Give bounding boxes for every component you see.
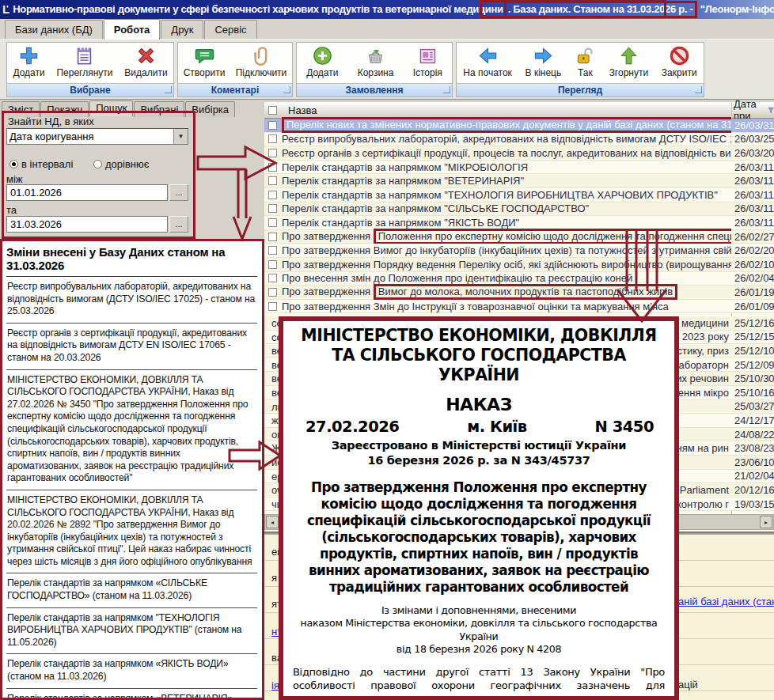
table-row[interactable]: Перелік нових та змінених нормативно-пра… bbox=[264, 119, 774, 133]
document-name: Про затвердження Порядку ведення Перелік… bbox=[282, 258, 731, 271]
list-item[interactable]: МІНІСТЕРСТВО ЕКОНОМІКИ, ДОВКІЛЛЯ ТА СІЛЬ… bbox=[6, 490, 257, 574]
ribbon-group-orders: Додати Корзина Історія Замовлення bbox=[296, 42, 453, 97]
name-fragment-left: вер bbox=[271, 387, 279, 399]
dialog-launcher-icon[interactable] bbox=[165, 86, 172, 93]
menu-tab[interactable]: Сервіс bbox=[204, 20, 256, 39]
name-fragment-left: Жа bbox=[271, 442, 279, 454]
table-row[interactable]: Про затвердження Вимог до молока, молочн… bbox=[264, 286, 774, 300]
document-name: Перелік нових та змінених нормативно-пра… bbox=[282, 117, 731, 133]
row-checkbox[interactable] bbox=[268, 204, 277, 213]
document-date: 26/03/11 bbox=[731, 202, 774, 214]
row-checkbox[interactable] bbox=[268, 218, 277, 227]
list-item[interactable]: Перелік стандартів за напрямком "ТЕХНОЛО… bbox=[6, 608, 257, 655]
name-annotated: Перелік нових та змінених нормативно-пра… bbox=[282, 117, 731, 133]
filter-icon[interactable] bbox=[768, 106, 774, 115]
table-row[interactable]: Про затвердження Порядку ведення Перелік… bbox=[264, 258, 774, 272]
attach-comment-button[interactable]: Підключити bbox=[232, 44, 291, 79]
list-item[interactable]: Перелік стандартів за напрямком «ВЕТЕРИН… bbox=[6, 689, 257, 700]
row-checkbox[interactable] bbox=[268, 274, 277, 282]
ribbon-group-comments: Створити Підключити Коментарі bbox=[177, 42, 293, 97]
name-plain: Про внесення змін до Положення про ідент… bbox=[282, 272, 632, 284]
document-number: N 3450 bbox=[595, 418, 654, 436]
close-button[interactable]: Закрити bbox=[658, 44, 701, 79]
row-checkbox[interactable] bbox=[268, 260, 277, 269]
row-checkbox[interactable] bbox=[268, 121, 277, 130]
table-row[interactable]: Про затвердження Вимог до інкубаторіїв (… bbox=[264, 244, 774, 258]
dialog-launcher-icon[interactable] bbox=[695, 86, 702, 93]
document-date: 23/06/10 bbox=[731, 456, 774, 468]
scroll-right-button[interactable]: ▸ bbox=[760, 516, 772, 528]
row-checkbox[interactable] bbox=[268, 288, 277, 297]
go-last-button[interactable]: В кінець bbox=[522, 44, 566, 79]
table-header[interactable]: Назва Дата при bbox=[264, 102, 774, 119]
go-first-button[interactable]: На початок bbox=[459, 44, 516, 79]
name-fragment-right: астику, приз bbox=[671, 345, 731, 357]
menu-tab[interactable]: Бази даних (БД) bbox=[5, 20, 103, 39]
scroll-left-button[interactable]: ◂ bbox=[266, 516, 279, 528]
menu-tab[interactable]: Друк bbox=[161, 20, 203, 39]
document-date: 25/12/10 bbox=[731, 345, 774, 357]
name-plain: Про затвердження Змін до Інструкції з то… bbox=[282, 301, 669, 312]
name-plain: Про затвердження bbox=[282, 230, 374, 242]
table-rows: Перелік нових та змінених нормативно-пра… bbox=[264, 119, 774, 313]
list-item[interactable]: Перелік стандартів за напрямком «СІЛЬСЬК… bbox=[6, 573, 257, 607]
name-plain: Перелік стандартів за напрямком "СІЛЬСЬК… bbox=[282, 202, 589, 214]
collapse-button[interactable]: Згорнути bbox=[605, 44, 653, 79]
table-row[interactable]: Перелік стандартів за напрямком "СІЛЬСЬК… bbox=[264, 202, 774, 217]
table-row[interactable]: Перелік стандартів за напрямком "ТЕХНОЛО… bbox=[264, 188, 774, 202]
list-item[interactable]: Перелік стандартів за напрямком «ЯКІСТЬ … bbox=[6, 654, 257, 688]
row-checkbox[interactable] bbox=[268, 233, 277, 241]
document-name: Перелік стандартів за напрямком "ВЕТЕРИН… bbox=[282, 174, 731, 187]
name-fragment-right: n Parliament bbox=[671, 484, 731, 496]
row-checkbox[interactable] bbox=[268, 176, 277, 185]
menu-tab[interactable]: Робота bbox=[104, 19, 161, 40]
row-checkbox[interactable] bbox=[268, 246, 277, 255]
header-checkbox[interactable] bbox=[268, 106, 277, 115]
view-favorite-button[interactable]: Переглянути bbox=[52, 44, 116, 79]
padlock-icon bbox=[575, 45, 596, 66]
document-date: 25/12/16 bbox=[731, 317, 774, 329]
name-fragment-left: ль bbox=[271, 401, 279, 413]
table-row[interactable]: Реєстр органів з сертифікації продукції,… bbox=[264, 146, 774, 161]
table-row[interactable]: Про затвердження Положення про експертну… bbox=[264, 230, 774, 244]
document-date: 25/10/30 bbox=[731, 373, 774, 384]
name-fragment-left: ери bbox=[271, 471, 279, 482]
row-checkbox[interactable] bbox=[268, 191, 277, 199]
list-item[interactable]: Реєстр випробувальних лабораторій, акред… bbox=[6, 277, 257, 324]
related-document-link[interactable]: аній базі даних (стано bbox=[678, 596, 774, 607]
button-label: Підключити bbox=[236, 67, 287, 78]
add-order-button[interactable]: Додати bbox=[302, 44, 342, 79]
name-plain: Про затвердження Вимог до інкубаторіїв (… bbox=[282, 244, 731, 256]
group-label-text: Замовлення bbox=[345, 85, 403, 96]
window-title: Нормативно-правові документи у сфері без… bbox=[13, 1, 774, 18]
column-header-name[interactable]: Назва bbox=[282, 104, 317, 116]
list-item[interactable]: МІНІСТЕРСТВО ЕКОНОМІКИ, ДОВКІЛЛЯ ТА СІЛЬ… bbox=[6, 370, 257, 490]
dialog-launcher-icon[interactable] bbox=[283, 86, 290, 93]
document-date: 26/03/11 bbox=[731, 189, 774, 201]
document-ministry: МІНІСТЕРСТВО ЕКОНОМІКИ, ДОВКІЛЛЯ ТА СІЛЬ… bbox=[293, 326, 665, 385]
button-label: Історія bbox=[413, 67, 442, 78]
row-checkbox[interactable] bbox=[268, 163, 277, 172]
create-comment-button[interactable]: Створити bbox=[180, 44, 230, 79]
list-item[interactable]: Реєстр органів з сертифікації продукції,… bbox=[6, 324, 257, 370]
row-checkbox[interactable] bbox=[268, 302, 277, 311]
table-row[interactable]: Про затвердження Змін до Інструкції з то… bbox=[264, 300, 774, 314]
name-plain: Перелік стандартів за напрямком "ЯКІСТЬ … bbox=[282, 217, 519, 229]
delete-favorite-button[interactable]: Видалити bbox=[120, 44, 171, 79]
basket-button[interactable]: Корзина bbox=[354, 44, 398, 79]
history-button[interactable]: Історія bbox=[409, 44, 446, 79]
table-row[interactable]: Реєстр випробувальних лабораторій, акред… bbox=[264, 133, 774, 147]
document-date: 26/03/25 bbox=[731, 133, 774, 145]
table-row[interactable]: Перелік стандартів за напрямком "МІКРОБІ… bbox=[264, 161, 774, 175]
button-label: В кінець bbox=[525, 67, 562, 78]
name-fragment-right: контролю г bbox=[677, 498, 731, 510]
add-favorite-button[interactable]: Додати bbox=[9, 44, 48, 79]
title-bar: Ľ Нормативно-правові документи у сфері б… bbox=[0, 0, 774, 19]
yes-button[interactable]: Так bbox=[571, 44, 600, 79]
dialog-launcher-icon[interactable] bbox=[443, 86, 450, 93]
table-row[interactable]: Перелік стандартів за напрямком "ВЕТЕРИН… bbox=[264, 174, 774, 188]
document-date: 24/08/22 bbox=[731, 429, 774, 441]
document-date: 26/01/19 bbox=[731, 286, 774, 298]
row-checkbox[interactable] bbox=[268, 149, 277, 157]
row-checkbox[interactable] bbox=[268, 134, 277, 143]
